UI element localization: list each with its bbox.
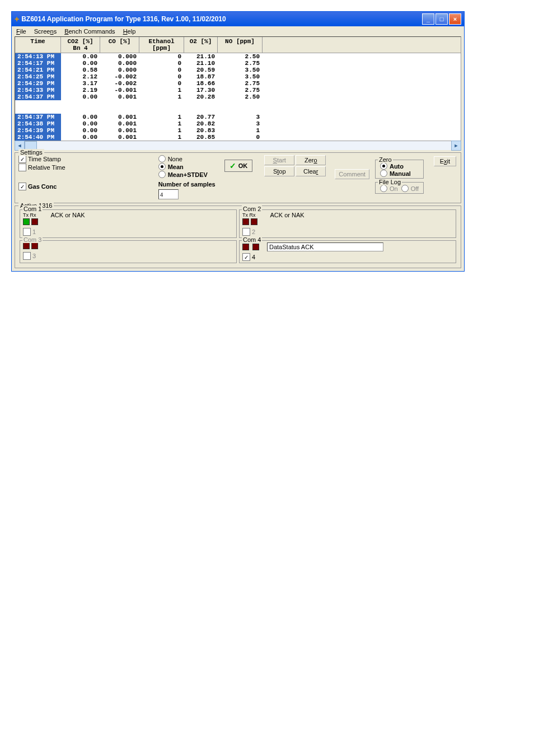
table-row: 2:54:13 PM0.000.000021.102.50: [15, 53, 461, 60]
table-row: 2:54:29 PM3.17-0.002018.662.75: [15, 80, 461, 87]
cell-co: 0.001: [100, 120, 139, 127]
table-row: 2:54:37 PM0.000.001120.282.50: [15, 94, 461, 100]
comment-button[interactable]: Comment: [335, 169, 369, 179]
com3-tx-led: [23, 242, 30, 249]
cell-co2: 0.00: [61, 134, 100, 141]
cell-co2: 0.00: [61, 53, 100, 60]
cell-eth: 0: [139, 73, 184, 80]
cell-co: 0.001: [100, 114, 139, 120]
grid-header: Time CO2 [%]Bn 4 CO [%] Ethanol [ppm] O2…: [15, 37, 461, 53]
cell-eth: 1: [139, 94, 184, 100]
radio-manual[interactable]: [380, 170, 387, 177]
gasconc-label: Gas Conc: [28, 183, 57, 190]
cell-o2: 17.30: [184, 87, 218, 94]
com4-enable-checkbox[interactable]: [242, 253, 250, 261]
stop-button[interactable]: Stop: [264, 166, 294, 176]
com1-enable-checkbox[interactable]: [23, 228, 31, 236]
menu-help[interactable]: Help: [121, 27, 138, 35]
app-window: BZ6014 Application Program for Type 1316…: [11, 11, 465, 272]
table-row: 2:54:21 PM0.580.000020.593.50: [15, 67, 461, 73]
menu-bench[interactable]: Bench Commands: [63, 27, 117, 35]
minimize-button[interactable]: _: [422, 13, 434, 25]
zero-group: Zero Auto Manual: [375, 160, 424, 179]
com1-tx-led: [23, 218, 30, 225]
table-row: 2:54:25 PM2.12-0.002018.873.50: [15, 73, 461, 80]
cell-co2: 0.58: [61, 67, 100, 73]
menu-screens[interactable]: Screens: [32, 27, 58, 35]
cell-co: 0.000: [100, 53, 139, 60]
cell-time: 2:54:37 PM: [15, 94, 61, 100]
cell-eth: 0: [139, 67, 184, 73]
cell-o2: 18.87: [184, 73, 218, 80]
col-eth: Ethanol [ppm]: [139, 37, 184, 53]
com2-tx-led: [242, 218, 249, 225]
radio-none[interactable]: [158, 155, 166, 162]
titlebar: BZ6014 Application Program for Type 1316…: [12, 12, 464, 26]
table-row: 2:54:39 PM0.000.001120.831: [15, 127, 461, 134]
cell-co2: 0.00: [61, 120, 100, 127]
timestamp-checkbox[interactable]: [18, 155, 26, 163]
num-samples-input[interactable]: [158, 189, 179, 199]
com2-enable-checkbox[interactable]: [242, 228, 250, 236]
cell-time: 2:54:39 PM: [15, 127, 61, 134]
cell-co2: 2.19: [61, 87, 100, 94]
radio-off[interactable]: [401, 185, 409, 192]
com2-panel: Com 2 Tx Rx ACK or NAK 2: [239, 209, 456, 238]
com3-enable-checkbox[interactable]: [23, 252, 31, 260]
cell-o2: 20.28: [184, 94, 218, 100]
cell-o2: 20.82: [184, 120, 218, 127]
com2-rx-led: [251, 218, 257, 225]
cell-o2: 20.77: [184, 114, 218, 120]
table-row: 2:54:17 PM0.000.000021.102.75: [15, 60, 461, 67]
cell-eth: 1: [139, 87, 184, 94]
zero-button[interactable]: Zero: [296, 155, 326, 165]
cell-time: 2:54:33 PM: [15, 87, 61, 94]
horizontal-scrollbar[interactable]: ◄ ►: [15, 141, 461, 150]
start-button[interactable]: Start: [264, 155, 294, 165]
cell-eth: 1: [139, 114, 184, 120]
menu-file[interactable]: File: [15, 27, 28, 35]
com2-ack: ACK or NAK: [270, 212, 305, 218]
com1-ack: ACK or NAK: [51, 212, 85, 218]
cell-eth: 0: [139, 53, 184, 60]
cell-time: 2:54:37 PM: [15, 114, 61, 120]
cell-co: -0.002: [100, 73, 139, 80]
col-co: CO [%]: [100, 37, 139, 53]
cell-co: 0.000: [100, 60, 139, 67]
cell-o2: 21.10: [184, 53, 218, 60]
radio-mean[interactable]: [158, 163, 166, 170]
maximize-button[interactable]: □: [435, 13, 448, 25]
radio-on[interactable]: [380, 185, 387, 192]
cell-co: 0.001: [100, 134, 139, 141]
cell-eth: 1: [139, 120, 184, 127]
cell-co: 0.001: [100, 94, 139, 100]
clear-button[interactable]: Clear: [296, 166, 326, 176]
col-time: Time: [15, 37, 61, 53]
timestamp-label: Time Stamp: [28, 156, 61, 162]
cell-eth: 0: [139, 60, 184, 67]
window-title: BZ6014 Application Program for Type 1316…: [21, 15, 226, 23]
data-grid: Time CO2 [%]Bn 4 CO [%] Ethanol [ppm] O2…: [15, 36, 461, 141]
cell-co: 0.000: [100, 67, 139, 73]
exit-button[interactable]: Exit: [434, 156, 456, 166]
cell-no: 2.75: [218, 87, 263, 94]
cell-time: 2:54:40 PM: [15, 134, 61, 141]
cell-o2: 20.59: [184, 67, 218, 73]
gasconc-checkbox[interactable]: [18, 183, 26, 190]
reltime-checkbox[interactable]: [18, 164, 26, 171]
close-button[interactable]: ×: [449, 13, 461, 25]
cell-eth: 1: [139, 134, 184, 141]
scroll-right-button[interactable]: ►: [451, 141, 461, 151]
radio-auto[interactable]: [380, 162, 387, 170]
radio-meanstdev[interactable]: [158, 171, 166, 178]
cell-co: 0.001: [100, 127, 139, 134]
ok-button[interactable]: OK: [224, 160, 253, 172]
num-samples-label: Number of samples: [158, 181, 216, 188]
com4-datastatus[interactable]: [267, 242, 383, 251]
com1-panel: Com 1 Tx Rx ACK or NAK 1: [20, 209, 237, 238]
cell-co2: 0.00: [61, 127, 100, 134]
cell-time: 2:54:13 PM: [15, 53, 61, 60]
cell-time: 2:54:17 PM: [15, 60, 61, 67]
settings-panel: Settings Exit Time Stamp Relative Time G…: [15, 152, 461, 203]
table-row: 2:54:37 PM0.000.001120.773: [15, 114, 461, 120]
